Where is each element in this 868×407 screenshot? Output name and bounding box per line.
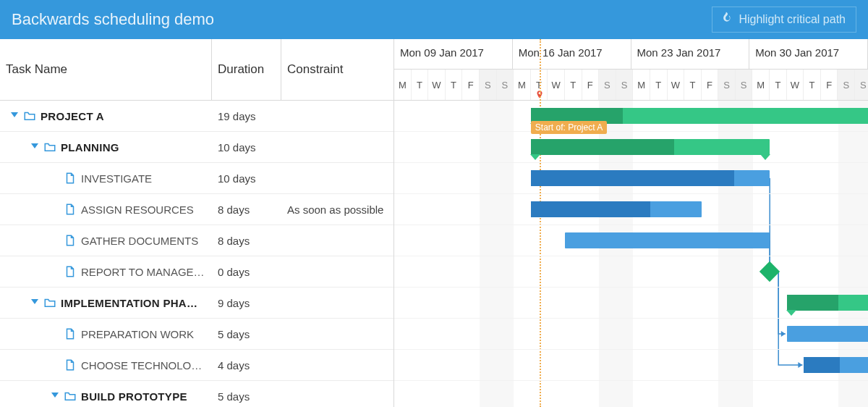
timeline-header: Mon 09 Jan 2017Mon 16 Jan 2017Mon 23 Jan… [394, 39, 868, 101]
day-header: S [718, 70, 736, 100]
duration-cell[interactable]: 9 days [212, 297, 281, 309]
progress-fill [531, 170, 734, 186]
day-header: M [633, 70, 650, 100]
week-header: Mon 09 Jan 2017 [394, 39, 513, 69]
highlight-critical-path-button[interactable]: Highlight critical path [712, 7, 856, 33]
timeline-row[interactable] [394, 163, 868, 194]
expand-toggle-icon[interactable] [10, 112, 19, 120]
table-row[interactable]: Project A19 days [0, 101, 393, 132]
file-icon [64, 172, 77, 185]
gantt-summary-bar[interactable] [531, 139, 770, 155]
expand-toggle-icon[interactable] [51, 392, 59, 400]
table-row[interactable]: Gather documents8 days [0, 225, 393, 256]
timeline-row[interactable] [394, 194, 868, 225]
day-header: T [446, 70, 463, 100]
gantt-task-bar[interactable] [531, 201, 702, 217]
progress-fill [787, 295, 838, 311]
task-name-label: Build prototype [81, 390, 187, 403]
day-header: S [736, 70, 753, 100]
task-name-label: Project A [41, 110, 104, 122]
gantt-summary-bar[interactable] [787, 295, 868, 311]
task-name-label: Preparation work [81, 328, 194, 340]
timeline-row[interactable]: Start of: Project A [394, 101, 868, 132]
body: Task Name Duration Constraint Project A1… [0, 39, 868, 407]
timeline-row[interactable] [394, 132, 868, 163]
day-header: S [616, 70, 634, 100]
timeline-panel[interactable]: Mon 09 Jan 2017Mon 16 Jan 2017Mon 23 Jan… [394, 39, 868, 407]
table-row[interactable]: Planning10 days [0, 132, 393, 163]
svg-marker-1 [31, 143, 38, 148]
day-header: T [650, 70, 668, 100]
timeline-row[interactable] [394, 350, 868, 381]
file-icon [64, 358, 77, 372]
duration-cell[interactable]: 5 days [212, 328, 281, 340]
timeline-row[interactable] [394, 319, 868, 350]
app-header: Backwards scheduling demo Highlight crit… [0, 0, 868, 39]
duration-cell[interactable]: 10 days [212, 141, 281, 154]
day-header: S [599, 70, 616, 100]
column-header-task[interactable]: Task Name [0, 39, 212, 100]
day-header: S [497, 70, 514, 100]
day-header: F [582, 70, 600, 100]
gantt-task-bar[interactable] [787, 326, 868, 342]
progress-fill [531, 201, 650, 217]
week-header: Mon 30 Jan 2017 [749, 39, 868, 69]
duration-cell[interactable]: 4 days [212, 359, 281, 372]
constraint-cell[interactable]: As soon as possible [281, 204, 393, 216]
table-row[interactable]: Investigate10 days [0, 163, 393, 194]
gantt-task-bar[interactable] [531, 170, 770, 186]
day-header: T [412, 70, 429, 100]
week-header: Mon 23 Jan 2017 [631, 39, 750, 69]
table-row[interactable]: Implementation phase9 days [0, 288, 393, 319]
duration-cell[interactable]: 8 days [212, 235, 281, 247]
duration-cell[interactable]: 0 days [212, 266, 281, 278]
expand-toggle-icon[interactable] [30, 298, 39, 307]
timeline-body[interactable]: Start of: Project A [394, 101, 868, 407]
duration-cell[interactable]: 8 days [212, 204, 281, 216]
task-rows: Project A19 daysPlanning10 daysInvestiga… [0, 101, 393, 407]
day-header: T [565, 70, 582, 100]
table-row[interactable]: Preparation work5 days [0, 319, 393, 350]
timeline-row[interactable] [394, 225, 868, 256]
day-header: T [684, 70, 702, 100]
folder-icon [43, 296, 56, 309]
table-row[interactable]: Choose technolo…4 days [0, 350, 393, 381]
gantt-task-bar[interactable] [565, 232, 770, 248]
day-header: S [480, 70, 497, 100]
timeline-row[interactable] [394, 256, 868, 288]
day-header: F [462, 70, 480, 100]
app-root: Backwards scheduling demo Highlight crit… [0, 0, 868, 407]
day-header: S [855, 70, 868, 100]
gantt-task-bar[interactable] [804, 357, 868, 373]
day-header: M [752, 70, 770, 100]
table-row[interactable]: Assign resources8 daysAs soon as possibl… [0, 194, 393, 225]
timeline-day-row: MTWTFSSMTWTFSSMTWTFSSMTWTFSS [394, 70, 868, 100]
day-header: F [702, 70, 719, 100]
duration-cell[interactable]: 19 days [212, 110, 281, 122]
day-header: S [838, 70, 855, 100]
task-name-label: Choose technolo… [81, 359, 202, 372]
duration-cell[interactable]: 5 days [212, 390, 281, 403]
task-name-label: Implementation phase [61, 297, 198, 309]
progress-fill [804, 357, 840, 373]
folder-icon [43, 140, 56, 154]
file-icon [64, 234, 77, 247]
table-row[interactable]: Build prototype5 days [0, 381, 393, 407]
file-icon [64, 265, 77, 278]
flame-icon [723, 12, 733, 28]
task-name-label: Report to manage… [81, 266, 205, 278]
svg-marker-2 [31, 299, 38, 304]
column-header-duration[interactable]: Duration [212, 39, 281, 100]
duration-cell[interactable]: 10 days [212, 172, 281, 185]
file-icon [64, 327, 77, 340]
task-name-label: Assign resources [81, 204, 194, 216]
task-table: Task Name Duration Constraint Project A1… [0, 39, 394, 407]
folder-icon [23, 109, 36, 122]
expand-toggle-icon[interactable] [30, 143, 39, 151]
table-row[interactable]: Report to manage…0 days [0, 256, 393, 288]
timeline-row[interactable] [394, 288, 868, 319]
column-header-constraint[interactable]: Constraint [281, 39, 393, 100]
gantt-milestone[interactable] [760, 261, 780, 282]
timeline-row[interactable] [394, 381, 868, 407]
progress-fill [531, 139, 674, 155]
